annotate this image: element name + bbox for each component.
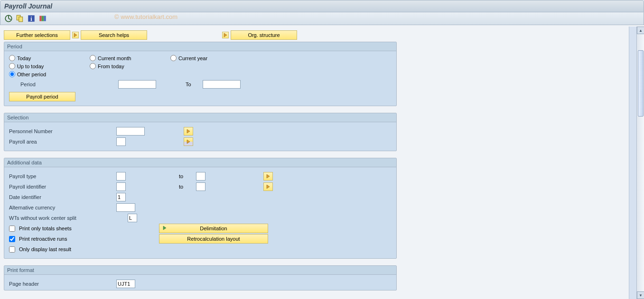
payroll-area-label: Payroll area: [9, 139, 113, 145]
print-totals-checkbox[interactable]: Print only totals sheets: [9, 226, 156, 232]
scroll-thumb[interactable]: [638, 50, 644, 117]
additional-legend: Additional data: [4, 158, 396, 167]
print-format-group: Print format Page header: [4, 265, 397, 290]
execute-icon[interactable]: [4, 14, 13, 23]
arrow-right-icon: [162, 226, 167, 231]
radio-curryear-label: Current year: [178, 55, 207, 61]
radio-from-today[interactable]: From today: [90, 63, 170, 69]
further-selections-label: Further selections: [16, 32, 57, 38]
payroll-identifier-to-input[interactable]: [196, 182, 205, 191]
payroll-period-button[interactable]: Payroll period: [9, 92, 75, 101]
print-retro-label: Print retroactive runs: [19, 236, 67, 242]
print-format-legend: Print format: [4, 266, 396, 275]
period-legend: Period: [4, 42, 396, 51]
radio-current-year[interactable]: Current year: [170, 55, 251, 61]
payroll-period-label: Payroll period: [26, 94, 58, 100]
payroll-type-from-input[interactable]: [116, 172, 126, 181]
selection-legend: Selection: [4, 113, 396, 122]
top-button-row: Further selections Search helps Org. str…: [4, 30, 633, 40]
to-label-2: to: [179, 184, 193, 190]
radio-fromtoday-label: From today: [98, 63, 124, 69]
org-structure-button[interactable]: Org. structure: [231, 30, 297, 40]
period-to-input[interactable]: [203, 80, 241, 89]
radio-today-label: Today: [17, 55, 31, 61]
alternative-currency-label: Alternative currency: [9, 205, 113, 210]
only-display-last-label: Only display last result: [19, 246, 71, 252]
payroll-area-input[interactable]: [116, 137, 126, 146]
info-icon[interactable]: i: [27, 14, 36, 23]
multiple-selection-button[interactable]: [263, 172, 273, 181]
page-header-label: Page header: [9, 281, 113, 287]
svg-line-2: [9, 18, 11, 19]
payroll-identifier-from-input[interactable]: [116, 182, 126, 191]
variant-icon[interactable]: [16, 14, 24, 23]
content-area: Further selections Search helps Org. str…: [0, 27, 636, 299]
search-helps-label: Search helps: [99, 32, 129, 38]
retrocalculation-layout-button[interactable]: Retrocalculation layout: [159, 234, 268, 244]
radio-uptotoday-label: Up to today: [17, 63, 44, 69]
personnel-label: Personnel Number: [9, 128, 113, 134]
period-to-label: To: [186, 82, 200, 87]
personnel-number-input[interactable]: [116, 127, 145, 136]
scroll-down-button[interactable]: ▼: [637, 291, 644, 299]
watermark: © www.tutorialkart.com: [114, 13, 177, 20]
title-text: Payroll Journal: [4, 2, 52, 10]
svg-rect-8: [42, 16, 44, 21]
date-identifier-label: Date identifier: [9, 194, 113, 200]
svg-text:i: i: [30, 16, 32, 22]
arrow-right-icon[interactable]: [72, 32, 79, 38]
multiple-selection-button[interactable]: [263, 182, 273, 191]
org-structure-label: Org. structure: [248, 32, 280, 38]
multiple-selection-active-button[interactable]: [184, 137, 193, 146]
page-header-input[interactable]: [116, 280, 135, 288]
only-display-last-checkbox[interactable]: Only display last result: [9, 246, 71, 253]
radio-up-to-today[interactable]: Up to today: [9, 63, 90, 69]
payroll-type-label: Payroll type: [9, 173, 113, 179]
arrow-right-icon[interactable]: [222, 32, 229, 38]
alternative-currency-input[interactable]: [116, 203, 135, 212]
svg-rect-7: [39, 16, 42, 21]
payroll-identifier-label: Payroll identifier: [9, 184, 113, 190]
radio-current-month[interactable]: Current month: [90, 55, 170, 61]
print-totals-label: Print only totals sheets: [19, 226, 72, 231]
wts-input[interactable]: [128, 214, 137, 222]
radio-today[interactable]: Today: [9, 55, 90, 61]
layout-icon[interactable]: [38, 14, 47, 23]
period-group: Period Today Up to today Other period Cu…: [4, 42, 397, 106]
toolbar: i © www.tutorialkart.com: [0, 12, 644, 25]
additional-data-group: Additional data Payroll type to Payroll …: [4, 158, 397, 259]
search-helps-button[interactable]: Search helps: [81, 30, 147, 40]
selection-group: Selection Personnel Number Payroll area: [4, 113, 397, 151]
radio-other-label: Other period: [17, 72, 46, 77]
further-selections-button[interactable]: Further selections: [4, 30, 70, 40]
delimitation-label: Delimitation: [200, 226, 227, 231]
svg-rect-4: [19, 17, 23, 22]
svg-rect-9: [44, 16, 46, 21]
scroll-up-button[interactable]: ▲: [637, 27, 644, 34]
wts-label: WTs without work center split: [9, 215, 125, 221]
retrocalculation-label: Retrocalculation layout: [187, 236, 240, 242]
radio-currmonth-label: Current month: [98, 55, 131, 61]
vertical-scrollbar[interactable]: ▲ ▼: [636, 27, 644, 299]
date-identifier-input[interactable]: [116, 193, 126, 201]
period-from-input[interactable]: [118, 80, 156, 89]
to-label-1: to: [179, 173, 193, 179]
delimitation-button[interactable]: Delimitation: [159, 224, 268, 233]
radio-other-period[interactable]: Other period: [9, 71, 90, 77]
payroll-type-to-input[interactable]: [196, 172, 205, 181]
multiple-selection-button[interactable]: [184, 127, 193, 136]
print-retro-checkbox[interactable]: Print retroactive runs: [9, 236, 156, 242]
window-title: Payroll Journal: [0, 0, 644, 12]
right-gutter: [629, 27, 636, 299]
period-field-label: Period: [20, 82, 115, 87]
